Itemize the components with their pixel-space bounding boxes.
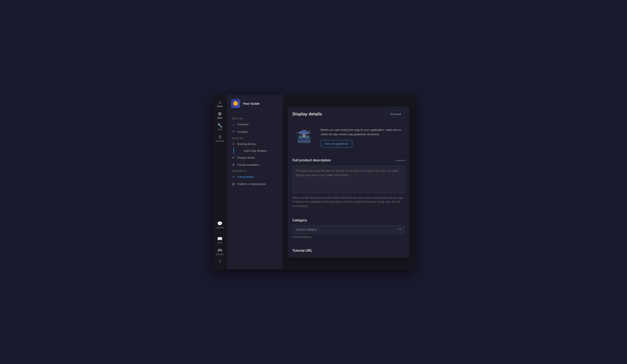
overview-icon: ⌂: [232, 123, 235, 126]
docs-label: Docs: [217, 242, 222, 244]
sidebar-item-revenue[interactable]: $ Revenue: [213, 133, 227, 144]
svg-text:✦: ✦: [310, 133, 311, 135]
rail-separator: [213, 233, 222, 233]
tutorial-title: Tutorial URL: [292, 249, 405, 253]
tools-label: Tools: [217, 128, 222, 131]
app-header: Your Guide: [228, 95, 282, 112]
sidebar-item-livechat[interactable]: 💬 LiveChat: [213, 219, 227, 231]
sidebar-item-analytics[interactable]: 〜 Analytics: [228, 128, 282, 135]
app-icon: [231, 99, 240, 108]
guidelines-text: Before you start writing the copy for yo…: [321, 128, 405, 148]
analytics-icon: 〜: [232, 130, 235, 134]
app-icon-circle: [233, 101, 238, 106]
sidebar-item-apps[interactable]: ⊞ Apps: [213, 109, 227, 121]
publish-marketplace-icon: ⊞: [232, 182, 235, 186]
display-details-label: Display details: [237, 156, 255, 159]
overview-label: Overview: [237, 123, 249, 126]
display-details-icon: ✏: [232, 156, 235, 159]
category-hint: Choose category: [292, 236, 405, 238]
tutorial-section: Tutorial URL: [287, 244, 410, 258]
icon-rail-bottom: 💬 LiveChat 📖 Docs 🎮 Discord ?: [213, 219, 227, 266]
content-panel: Display details All saved: [287, 106, 410, 258]
graduation-svg: ✦ ✦ ✦ | |: [294, 128, 314, 147]
product-description-title: Full product description: [292, 158, 331, 162]
svg-text:|: |: [311, 137, 311, 139]
sidebar-item-agent-app-widgets[interactable]: Agent App Widgets: [233, 148, 282, 154]
category-section: Category Choose category Communication A…: [287, 213, 410, 244]
develop-section-label: DEVELOP: [228, 135, 282, 140]
listing-details-label: Listing details: [237, 175, 254, 178]
sidebar-item-docs[interactable]: 📖 Docs: [213, 234, 227, 246]
revenue-icon: $: [219, 135, 221, 139]
publish-marketplace-label: Publish on Marketplace: [237, 182, 266, 186]
svg-rect-0: [298, 140, 310, 143]
screen-wrapper: ⌂ Home ⊞ Apps 🔧 Tools $ Revenue 💬 LiveCh…: [212, 95, 415, 269]
svg-text:✦: ✦: [297, 132, 298, 134]
all-saved-button[interactable]: All saved: [386, 110, 405, 117]
discord-label: Discord: [216, 253, 223, 256]
sidebar-item-overview[interactable]: ⌂ Overview: [228, 121, 282, 128]
sidebar-item-help[interactable]: ?: [213, 258, 227, 266]
revenue-label: Revenue: [215, 140, 224, 142]
docs-icon: 📖: [217, 237, 222, 241]
guidelines-section: ✦ ✦ ✦ | | Before you start writing the c…: [287, 122, 410, 153]
sidebar-nav: MONITOR ⌂ Overview 〜 Analytics DEVELOP ⬡…: [228, 112, 282, 269]
category-title: Category: [292, 218, 405, 222]
section-header: Full product description required: [292, 158, 405, 162]
icon-rail: ⌂ Home ⊞ Apps 🔧 Tools $ Revenue 💬 LiveCh…: [212, 95, 228, 269]
sidebar-item-listing-details[interactable]: ≡ Listing details: [228, 173, 282, 180]
analytics-label: Analytics: [237, 130, 248, 133]
private-installation-label: Private installation: [237, 163, 260, 166]
view-guidelines-button[interactable]: View the guidelines: [321, 140, 352, 148]
sidebar-item-tools[interactable]: 🔧 Tools: [213, 121, 227, 133]
svg-point-5: [303, 135, 305, 137]
sidebar-item-display-details[interactable]: ✏ Display details: [228, 154, 282, 161]
discord-icon: 🎮: [217, 248, 222, 252]
livechat-icon: 💬: [217, 221, 222, 226]
sidebar-item-building-blocks[interactable]: ⬡ Building Blocks: [228, 140, 282, 148]
panel-header: Display details All saved: [287, 106, 410, 122]
home-icon: ⌂: [218, 100, 221, 104]
svg-rect-1: [298, 138, 310, 141]
livechat-label: LiveChat: [216, 226, 224, 229]
graduation-illustration: ✦ ✦ ✦ | |: [292, 127, 315, 148]
required-badge: required: [396, 159, 405, 161]
tools-icon: 🔧: [217, 123, 222, 127]
product-description-section: Full product description required Make s…: [287, 153, 410, 213]
product-description-textarea[interactable]: [292, 165, 405, 193]
sidebar-item-discord[interactable]: 🎮 Discord: [213, 246, 227, 258]
home-label: Home: [217, 105, 223, 107]
guidelines-description: Before you start writing the copy for yo…: [321, 128, 405, 137]
help-icon: ?: [219, 260, 221, 264]
sidebar-item-home[interactable]: ⌂ Home: [213, 98, 227, 109]
distribute-section-label: DISTRIBUTE: [228, 168, 282, 173]
app-title: Your Guide: [243, 102, 260, 105]
main-content: Display details All saved: [282, 95, 415, 269]
sidebar-item-private-installation[interactable]: ⬇ Private installation: [228, 161, 282, 168]
product-description-hint: Make sure that description provides all …: [292, 196, 405, 208]
monitor-section-label: MONITOR: [228, 116, 282, 121]
svg-text:|: |: [296, 136, 296, 138]
svg-text:✦: ✦: [309, 130, 310, 132]
private-installation-icon: ⬇: [232, 163, 235, 166]
listing-details-icon: ≡: [232, 175, 235, 178]
building-blocks-label: Building Blocks: [237, 142, 256, 146]
building-blocks-icon: ⬡: [232, 142, 235, 146]
panel-title: Display details: [292, 112, 322, 116]
apps-label: Apps: [217, 117, 222, 119]
apps-icon: ⊞: [218, 112, 222, 116]
sidebar-item-publish-marketplace[interactable]: ⊞ Publish on Marketplace: [228, 180, 282, 188]
agent-app-widgets-label: Agent App Widgets: [244, 149, 267, 152]
category-select[interactable]: Choose category Communication Analytics …: [292, 225, 405, 234]
main-sidebar: Your Guide MONITOR ⌂ Overview 〜 Analytic…: [228, 95, 282, 269]
